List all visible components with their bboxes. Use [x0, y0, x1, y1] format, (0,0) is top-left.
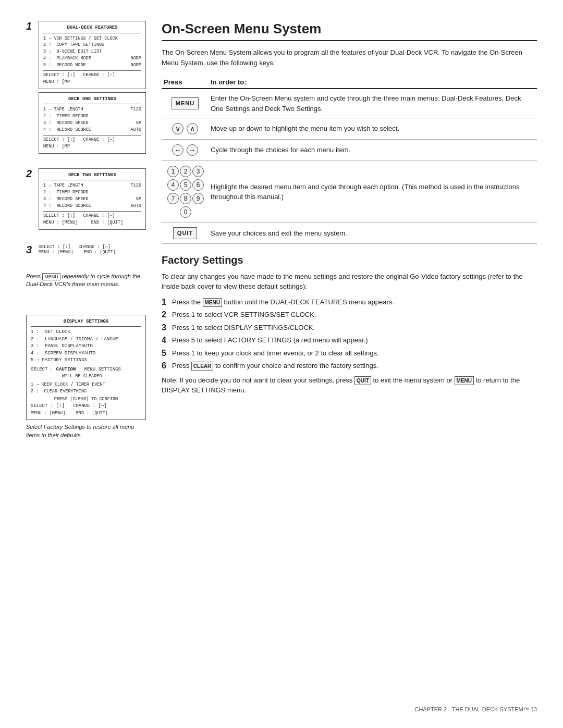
right-arrow-key: → — [187, 144, 198, 156]
step-num-4: 4 — [162, 335, 169, 345]
deck1-row3: 3 : RECORD SPEEDSP — [43, 120, 141, 127]
numpad-grid: 1 2 3 4 5 6 7 8 9 0 — [164, 165, 206, 218]
step-text-2: Press 1 to select VCR SETTINGS/SET CLOCK… — [172, 310, 537, 320]
disp-row4: 4 : SCREEN DISPLAYAUTO — [31, 350, 141, 357]
deck2-select: SELECT : [↕] CHANGE : [↔] — [43, 211, 141, 219]
step-text-4: Press 5 to select FACTORY SETTINGS (a re… — [172, 335, 537, 346]
step-num-1: 1 — [162, 297, 169, 307]
key-cell-updown: ∨ ∧ — [162, 118, 209, 140]
diagram1-row4: 4 : PLAYBACK MODENORM — [43, 55, 141, 62]
step-text-5: Press 1 to keep your clock and timer eve… — [172, 348, 537, 359]
factory-title: Factory Settings — [162, 254, 537, 266]
diagram1-row5: 5 : RECORD MODENORM — [43, 62, 141, 69]
num-4: 4 — [167, 179, 179, 191]
key-cell-numpad: 1 2 3 4 5 6 7 8 9 0 — [162, 161, 209, 223]
step3-content: SELECT : [↕] CHANGE : [↔] MENU : [MENU] … — [39, 244, 146, 255]
deck2-row3: 3 : RECORD SPEEDSP — [43, 196, 141, 203]
table-row: ∨ ∧ Move up or down to highlight the men… — [162, 118, 537, 140]
desc-leftright: Cycle through the choices for each menu … — [209, 140, 537, 161]
disp-row3: 3 : PANEL DISPLAYAUTO — [31, 343, 141, 350]
num-2: 2 — [180, 166, 191, 177]
desc-numpad: Highlight the desired menu item and cycl… — [209, 161, 537, 223]
step-num-3: 3 — [162, 323, 169, 332]
deck1-row4: 4 : RECORD SOURCEAUTO — [43, 127, 141, 133]
down-arrow-key: ∨ — [172, 123, 183, 134]
deck1-row2: 2 : TIMER RECORD — [43, 113, 141, 120]
diagram1-menu: MENU : [MP — [43, 79, 141, 85]
disp-submenu: 1 → KEEP CLOCK / TIMER EVENT 2 : CLEAR E… — [31, 381, 141, 395]
note-block: Note: If you decide you do not want to c… — [162, 375, 537, 396]
left-column: 1 DUAL-DECK FEATURES 1 → VCR SETTINGS / … — [26, 21, 146, 439]
page-title: On-Screen Menu System — [162, 21, 537, 41]
factory-step-2: 2 Press 1 to select VCR SETTINGS/SET CLO… — [162, 310, 537, 320]
step3-block: 3 SELECT : [↕] CHANGE : [↔] MENU : [MENU… — [26, 244, 146, 255]
num-0: 0 — [180, 206, 191, 218]
factory-step-5: 5 Press 1 to keep your clock and timer e… — [162, 348, 537, 359]
table-row: MENU Enter the On-Screen Menu system and… — [162, 89, 537, 118]
intro-text: The On-Screen Menu System allows you to … — [162, 47, 537, 68]
diagram1-select: SELECT : [↕] CHANGE : [↔] — [43, 70, 141, 79]
desc-updown: Move up or down to highlight the menu it… — [209, 118, 537, 140]
menu-note-key: MENU — [455, 376, 474, 385]
key-cell-quit: QUIT — [162, 223, 209, 244]
right-column: On-Screen Menu System The On-Screen Menu… — [162, 21, 537, 439]
num-6: 6 — [192, 179, 204, 191]
factory-steps: 1 Press the MENU button until the DUAL-D… — [162, 297, 537, 371]
num-7: 7 — [167, 193, 179, 204]
left-caption2: Select Factory Settings to restore all m… — [26, 423, 146, 439]
left-caption1: Press MENU repeatedly to cycle through t… — [26, 273, 146, 289]
factory-step-4: 4 Press 5 to select FACTORY SETTINGS (a … — [162, 335, 537, 346]
step2-block: 2 DECK TWO SETTINGS 1 → TAPE LENGTHT120 … — [26, 168, 146, 230]
menu-inline-key: MENU — [203, 298, 222, 307]
step-num-2: 2 — [162, 310, 169, 319]
diagram1-row3: 3 : 8-SCENE EDIT LIST — [43, 48, 141, 55]
desc-quit: Save your choices and exit the menu syst… — [209, 223, 537, 244]
deck2-row4: 4 : RECORD SOURCEAUTO — [43, 203, 141, 209]
deck1-menu: MENU : [MP — [43, 143, 141, 150]
factory-step-3: 3 Press 1 to select DISPLAY SETTINGS/CLO… — [162, 323, 537, 333]
menu-key: MENU — [172, 97, 199, 109]
page-footer: CHAPTER 2 - THE DUAL-DECK SYSTEM™ 13 — [414, 706, 537, 712]
disp-menu-end: MENU : [MENU] END : [QUIT] — [31, 410, 141, 417]
deck-two-title: DECK TWO SETTINGS — [43, 172, 141, 181]
step-text-3: Press 1 to select DISPLAY SETTINGS/CLOCK… — [172, 323, 537, 333]
step-num-5: 5 — [162, 348, 169, 358]
disp-press-clear: PRESS [CLEAR] TO CONFIRM — [31, 396, 141, 403]
step3-number: 3 — [26, 244, 34, 255]
clear-inline-key: CLEAR — [191, 362, 213, 371]
quit-key: QUIT — [173, 227, 197, 239]
up-arrow-key: ∧ — [187, 123, 198, 134]
factory-step-1: 1 Press the MENU button until the DUAL-D… — [162, 297, 537, 307]
step-num-6: 6 — [162, 361, 169, 371]
left-arrow-key: ← — [172, 144, 183, 156]
disp-row2: 2 : LANGUAGE / IDIOMA / LANGUE — [31, 336, 141, 343]
table-row: 1 2 3 4 5 6 7 8 9 0 — [162, 161, 537, 223]
diagram1-row2: 2 : COPY TAPE SETTINGS — [43, 42, 141, 48]
dual-deck-diagram: DUAL-DECK FEATURES 1 → VCR SETTINGS / SE… — [39, 21, 146, 89]
deck2-row2: 2 : TIMER RECORD — [43, 189, 141, 196]
key-cell-menu: MENU — [162, 89, 209, 118]
menu-key-caption: MENU — [42, 273, 60, 281]
step2-number: 2 — [26, 168, 34, 179]
disp-select: SELECT : CAUTION : MENU SETTINGS — [31, 366, 141, 374]
factory-intro: To clear any changes you have made to th… — [162, 272, 537, 292]
table-row: QUIT Save your choices and exit the menu… — [162, 223, 537, 244]
step2-content: DECK TWO SETTINGS 1 → TAPE LENGTHT120 2 … — [39, 168, 146, 230]
disp-bottom: SELECT : [↕] CHANGE : [↔] — [31, 403, 141, 410]
disp-row5: 5 → FACTORY SETTINGS — [31, 357, 141, 364]
step1-number: 1 — [26, 21, 34, 31]
diagram1-title: DUAL-DECK FEATURES — [43, 24, 141, 33]
step1-block: 1 DUAL-DECK FEATURES 1 → VCR SETTINGS / … — [26, 21, 146, 154]
num-8: 8 — [180, 193, 191, 204]
factory-step-6: 6 Press CLEAR to confirm your choice and… — [162, 361, 537, 371]
deck-one-diagram: DECK ONE SETTINGS 1 → TAPE LENGTHT120 2 … — [39, 92, 146, 154]
step1-content: DUAL-DECK FEATURES 1 → VCR SETTINGS / SE… — [39, 21, 146, 154]
desc-menu: Enter the On-Screen Menu system and cycl… — [209, 89, 537, 118]
col-order: In order to: — [209, 76, 537, 89]
step-text-6: Press CLEAR to confirm your choice and r… — [172, 361, 537, 371]
num-9: 9 — [192, 193, 204, 204]
display-settings-section: DISPLAY SETTINGS 1 : SET CLOCK 2 : LANGU… — [26, 315, 146, 440]
display-settings-diagram: DISPLAY SETTINGS 1 : SET CLOCK 2 : LANGU… — [26, 315, 146, 421]
deck-one-title: DECK ONE SETTINGS — [43, 96, 141, 105]
num-3: 3 — [192, 166, 204, 177]
